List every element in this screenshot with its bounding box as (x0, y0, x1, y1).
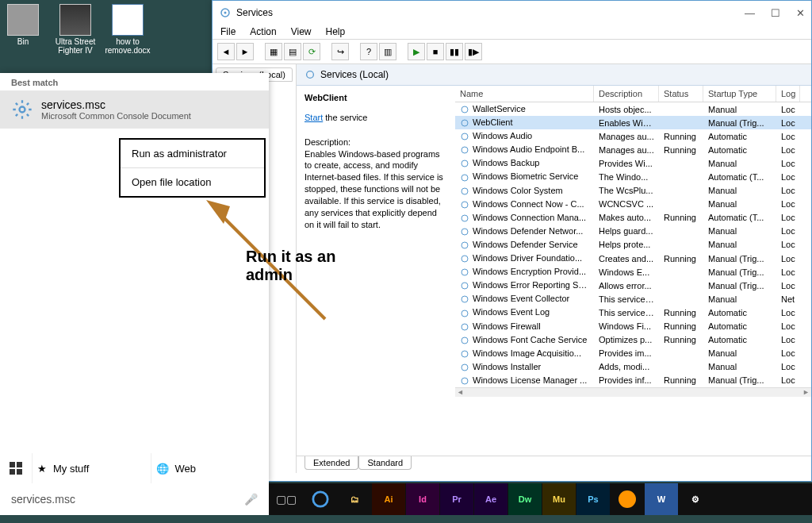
service-row[interactable]: Windows Image Acquisitio...Provides im..… (455, 347, 811, 360)
service-row[interactable]: Windows License Manager ...Provides inf.… (455, 374, 811, 387)
svg-point-29 (462, 351, 468, 357)
service-row[interactable]: Windows Defender ServiceHelps prote...Ma… (455, 238, 811, 252)
selected-service-name: WebClient (304, 92, 447, 104)
start-button[interactable] (0, 453, 32, 483)
svg-rect-6 (17, 469, 22, 475)
taskbar-premiere[interactable]: Pr (440, 483, 473, 515)
menu-help[interactable]: Help (326, 26, 346, 37)
service-row[interactable]: Windows Connect Now - C...WCNCSVC ...Man… (455, 198, 811, 211)
col-status[interactable]: Status (659, 86, 703, 102)
annotation-text: Run it as an admin (246, 248, 365, 284)
service-row[interactable]: Windows Driver Foundatio...Creates and..… (455, 252, 811, 265)
svg-rect-3 (10, 462, 15, 467)
toolbar-stop[interactable]: ■ (427, 43, 444, 60)
svg-point-30 (462, 364, 468, 371)
horizontal-scrollbar[interactable]: ◄► (455, 387, 811, 397)
taskbar-photoshop[interactable]: Ps (576, 483, 610, 515)
start-service-link[interactable]: Start (304, 113, 323, 122)
toolbar-export[interactable]: ↪ (331, 43, 349, 60)
col-startup[interactable]: Startup Type (703, 86, 776, 102)
tab-web[interactable]: 🌐 Web (151, 453, 270, 483)
microphone-icon[interactable]: 🎤 (244, 493, 258, 506)
service-row[interactable]: Windows Color SystemThe WcsPlu...ManualL… (455, 184, 811, 198)
svg-point-22 (462, 256, 468, 262)
taskbar-explorer[interactable]: 🗂 (338, 483, 371, 515)
service-row[interactable]: Windows Connection Mana...Makes auto...R… (455, 211, 811, 225)
titlebar[interactable]: Services ― ☐ ✕ (213, 1, 811, 25)
menubar: File Action View Help (213, 25, 811, 39)
toolbar-show-hide[interactable]: ▦ (265, 43, 282, 60)
svg-point-0 (20, 107, 25, 113)
taskbar-illustrator[interactable]: Ai (372, 483, 405, 515)
desktop-icon-bin[interactable]: Bin (0, 4, 46, 55)
service-row[interactable]: Windows Font Cache ServiceOptimizes p...… (455, 333, 811, 347)
taskbar-word[interactable]: W (645, 483, 678, 515)
toolbar-refresh[interactable]: ⟳ (303, 43, 320, 60)
tab-extended[interactable]: Extended (304, 456, 358, 470)
taskbar-edge[interactable] (304, 483, 337, 515)
tab-my-stuff[interactable]: ★ My stuff (32, 453, 151, 483)
service-row[interactable]: Windows Biometric ServiceThe Windo...Aut… (455, 170, 811, 183)
toolbar-list[interactable]: ▥ (379, 43, 396, 60)
grid-header[interactable]: Name Description Status Startup Type Log (455, 86, 811, 102)
service-row[interactable]: WalletServiceHosts objec...ManualLoc (455, 102, 811, 116)
service-row[interactable]: Windows BackupProvides Wi...ManualLoc (455, 156, 811, 170)
service-row[interactable]: Windows Error Reporting Se...Allows erro… (455, 279, 811, 292)
description-text: Enables Windows-based programs to create… (304, 148, 447, 231)
desktop-icon-ultra-street-fighter[interactable]: Ultra Street Fighter IV (52, 4, 98, 55)
tab-standard[interactable]: Standard (358, 456, 412, 470)
context-menu: Run as administrator Open file location (119, 138, 266, 198)
svg-point-13 (462, 133, 468, 140)
service-row[interactable]: Windows Encryption Provid...Windows E...… (455, 265, 811, 279)
svg-point-19 (462, 215, 468, 221)
result-subtitle: Microsoft Common Console Document (41, 111, 191, 121)
cortana-panel: Best match services.msc Microsoft Common… (0, 73, 269, 483)
col-description[interactable]: Description (594, 86, 659, 102)
svg-rect-4 (17, 462, 22, 467)
service-row[interactable]: Windows Audio Endpoint B...Manages au...… (455, 143, 811, 156)
desktop-icon-how-to-remove[interactable]: how to remove.docx (105, 4, 151, 55)
svg-point-23 (462, 269, 468, 275)
taskbar-dreamweaver[interactable]: Dw (508, 483, 542, 515)
taskbar-muse[interactable]: Mu (542, 483, 576, 515)
svg-point-21 (462, 242, 468, 248)
maximize-button[interactable]: ☐ (771, 7, 780, 19)
service-row[interactable]: Windows Event LogThis service ...Running… (455, 306, 811, 319)
service-row[interactable]: Windows Defender Networ...Helps guard...… (455, 225, 811, 238)
taskbar-indesign[interactable]: Id (406, 483, 439, 515)
toolbar-back[interactable]: ◄ (217, 43, 235, 60)
menu-action[interactable]: Action (250, 26, 276, 37)
cortana-search-input[interactable]: services.msc 🎤 (0, 483, 269, 515)
toolbar-restart[interactable]: ▮▶ (465, 43, 482, 60)
toolbar-help[interactable]: ? (360, 43, 377, 60)
pane-header: Services (Local) (297, 64, 811, 86)
task-view-button[interactable]: ▢▢ (269, 483, 304, 515)
menu-file[interactable]: File (220, 26, 236, 37)
menu-view[interactable]: View (291, 26, 312, 37)
svg-point-9 (224, 12, 227, 14)
toolbar-properties[interactable]: ▤ (284, 43, 301, 60)
context-open-file-location[interactable]: Open file location (121, 168, 264, 196)
close-button[interactable]: ✕ (796, 7, 805, 19)
service-row[interactable]: Windows FirewallWindows Fi...RunningAuto… (455, 320, 811, 333)
col-logon[interactable]: Log (776, 86, 800, 102)
taskbar-firefox[interactable] (611, 483, 644, 515)
service-row[interactable]: WebClientEnables Win...Manual (Trig...Lo… (455, 116, 811, 129)
taskbar-settings[interactable]: ⚙ (679, 483, 712, 515)
toolbar-pause[interactable]: ▮▮ (446, 43, 463, 60)
toolbar-forward[interactable]: ► (236, 43, 254, 60)
services-grid[interactable]: Name Description Status Startup Type Log… (455, 86, 811, 456)
taskbar-aftereffects[interactable]: Ae (474, 483, 508, 515)
services-window: Services ― ☐ ✕ File Action View Help ◄ ►… (212, 0, 812, 482)
search-result-services-msc[interactable]: services.msc Microsoft Common Console Do… (0, 90, 269, 129)
context-run-as-admin[interactable]: Run as administrator (121, 140, 264, 168)
svg-point-15 (462, 160, 468, 167)
col-name[interactable]: Name (455, 86, 594, 102)
minimize-button[interactable]: ― (745, 7, 755, 19)
desktop-icons: Bin Ultra Street Fighter IV how to remov… (0, 4, 151, 55)
service-row[interactable]: Windows InstallerAdds, modi...ManualLoc (455, 360, 811, 374)
toolbar-start[interactable]: ▶ (408, 43, 425, 60)
service-row[interactable]: Windows AudioManages au...RunningAutomat… (455, 129, 811, 143)
svg-marker-2 (206, 200, 230, 224)
service-row[interactable]: Windows Event CollectorThis service ...M… (455, 292, 811, 306)
